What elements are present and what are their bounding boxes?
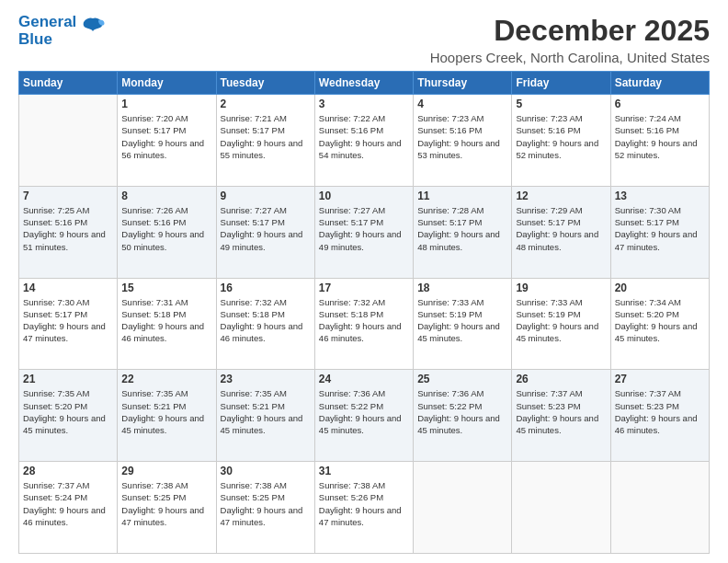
table-row: 31Sunrise: 7:38 AMSunset: 5:26 PMDayligh… bbox=[314, 462, 413, 554]
cell-info: Sunrise: 7:35 AMSunset: 5:21 PMDaylight:… bbox=[221, 387, 311, 436]
table-row: 10Sunrise: 7:27 AMSunset: 5:17 PMDayligh… bbox=[314, 186, 413, 278]
title-block: December 2025 Hoopers Creek, North Carol… bbox=[430, 14, 710, 65]
day-number: 16 bbox=[221, 282, 311, 294]
header-monday: Monday bbox=[118, 72, 216, 95]
cell-info: Sunrise: 7:30 AMSunset: 5:17 PMDaylight:… bbox=[23, 296, 113, 345]
header-saturday: Saturday bbox=[610, 72, 709, 95]
day-number: 5 bbox=[516, 98, 606, 110]
table-row: 14Sunrise: 7:30 AMSunset: 5:17 PMDayligh… bbox=[19, 278, 118, 370]
day-number: 22 bbox=[121, 373, 211, 385]
table-row: 20Sunrise: 7:34 AMSunset: 5:20 PMDayligh… bbox=[610, 278, 709, 370]
table-row: 2Sunrise: 7:21 AMSunset: 5:17 PMDaylight… bbox=[216, 95, 314, 187]
cell-info: Sunrise: 7:23 AMSunset: 5:16 PMDaylight:… bbox=[417, 112, 507, 161]
cell-info: Sunrise: 7:23 AMSunset: 5:16 PMDaylight:… bbox=[516, 112, 606, 161]
table-row bbox=[19, 95, 118, 187]
cell-info: Sunrise: 7:29 AMSunset: 5:17 PMDaylight:… bbox=[516, 204, 606, 253]
day-number: 15 bbox=[121, 282, 211, 294]
table-row: 26Sunrise: 7:37 AMSunset: 5:23 PMDayligh… bbox=[512, 370, 610, 462]
table-row: 7Sunrise: 7:25 AMSunset: 5:16 PMDaylight… bbox=[19, 186, 118, 278]
table-row: 8Sunrise: 7:26 AMSunset: 5:16 PMDaylight… bbox=[118, 186, 216, 278]
cell-info: Sunrise: 7:30 AMSunset: 5:17 PMDaylight:… bbox=[615, 204, 705, 253]
page: General Blue December 2025 Hoopers Creek… bbox=[0, 0, 728, 563]
day-number: 2 bbox=[221, 98, 311, 110]
month-title: December 2025 bbox=[430, 14, 710, 48]
day-number: 28 bbox=[23, 465, 113, 477]
cell-info: Sunrise: 7:22 AMSunset: 5:16 PMDaylight:… bbox=[319, 112, 409, 161]
table-row: 18Sunrise: 7:33 AMSunset: 5:19 PMDayligh… bbox=[414, 278, 512, 370]
cell-info: Sunrise: 7:26 AMSunset: 5:16 PMDaylight:… bbox=[121, 204, 211, 253]
table-row: 5Sunrise: 7:23 AMSunset: 5:16 PMDaylight… bbox=[512, 95, 610, 187]
table-row: 16Sunrise: 7:32 AMSunset: 5:18 PMDayligh… bbox=[216, 278, 314, 370]
location-title: Hoopers Creek, North Carolina, United St… bbox=[430, 50, 710, 65]
cell-info: Sunrise: 7:31 AMSunset: 5:18 PMDaylight:… bbox=[121, 296, 211, 345]
table-row: 6Sunrise: 7:24 AMSunset: 5:16 PMDaylight… bbox=[610, 95, 709, 187]
day-number: 20 bbox=[615, 282, 705, 294]
day-number: 23 bbox=[221, 373, 311, 385]
cell-info: Sunrise: 7:32 AMSunset: 5:18 PMDaylight:… bbox=[221, 296, 311, 345]
day-number: 1 bbox=[121, 98, 211, 110]
cell-info: Sunrise: 7:36 AMSunset: 5:22 PMDaylight:… bbox=[319, 387, 409, 436]
table-row: 21Sunrise: 7:35 AMSunset: 5:20 PMDayligh… bbox=[19, 370, 118, 462]
day-number: 18 bbox=[417, 282, 507, 294]
cell-info: Sunrise: 7:32 AMSunset: 5:18 PMDaylight:… bbox=[319, 296, 409, 345]
table-row: 19Sunrise: 7:33 AMSunset: 5:19 PMDayligh… bbox=[512, 278, 610, 370]
table-row: 11Sunrise: 7:28 AMSunset: 5:17 PMDayligh… bbox=[414, 186, 512, 278]
day-number: 25 bbox=[417, 373, 507, 385]
logo: General Blue bbox=[18, 14, 106, 48]
calendar-header-row: Sunday Monday Tuesday Wednesday Thursday… bbox=[19, 72, 710, 95]
calendar-week-row: 21Sunrise: 7:35 AMSunset: 5:20 PMDayligh… bbox=[19, 370, 710, 462]
table-row: 15Sunrise: 7:31 AMSunset: 5:18 PMDayligh… bbox=[118, 278, 216, 370]
table-row bbox=[610, 462, 709, 554]
cell-info: Sunrise: 7:35 AMSunset: 5:21 PMDaylight:… bbox=[121, 387, 211, 436]
table-row: 25Sunrise: 7:36 AMSunset: 5:22 PMDayligh… bbox=[414, 370, 512, 462]
day-number: 6 bbox=[615, 98, 705, 110]
day-number: 10 bbox=[319, 190, 409, 202]
day-number: 3 bbox=[319, 98, 409, 110]
table-row bbox=[414, 462, 512, 554]
cell-info: Sunrise: 7:38 AMSunset: 5:25 PMDaylight:… bbox=[221, 479, 311, 528]
header-thursday: Thursday bbox=[414, 72, 512, 95]
table-row: 13Sunrise: 7:30 AMSunset: 5:17 PMDayligh… bbox=[610, 186, 709, 278]
day-number: 7 bbox=[23, 190, 113, 202]
table-row: 22Sunrise: 7:35 AMSunset: 5:21 PMDayligh… bbox=[118, 370, 216, 462]
table-row: 17Sunrise: 7:32 AMSunset: 5:18 PMDayligh… bbox=[314, 278, 413, 370]
logo-general: General bbox=[18, 13, 76, 30]
day-number: 12 bbox=[516, 190, 606, 202]
header-tuesday: Tuesday bbox=[216, 72, 314, 95]
table-row: 29Sunrise: 7:38 AMSunset: 5:25 PMDayligh… bbox=[118, 462, 216, 554]
header-friday: Friday bbox=[512, 72, 610, 95]
cell-info: Sunrise: 7:21 AMSunset: 5:17 PMDaylight:… bbox=[221, 112, 311, 161]
cell-info: Sunrise: 7:33 AMSunset: 5:19 PMDaylight:… bbox=[417, 296, 507, 345]
cell-info: Sunrise: 7:36 AMSunset: 5:22 PMDaylight:… bbox=[417, 387, 507, 436]
cell-info: Sunrise: 7:33 AMSunset: 5:19 PMDaylight:… bbox=[516, 296, 606, 345]
calendar-table: Sunday Monday Tuesday Wednesday Thursday… bbox=[18, 71, 710, 554]
day-number: 21 bbox=[23, 373, 113, 385]
cell-info: Sunrise: 7:35 AMSunset: 5:20 PMDaylight:… bbox=[23, 387, 113, 436]
day-number: 17 bbox=[319, 282, 409, 294]
table-row: 9Sunrise: 7:27 AMSunset: 5:17 PMDaylight… bbox=[216, 186, 314, 278]
calendar-week-row: 1Sunrise: 7:20 AMSunset: 5:17 PMDaylight… bbox=[19, 95, 710, 187]
day-number: 27 bbox=[615, 373, 705, 385]
cell-info: Sunrise: 7:28 AMSunset: 5:17 PMDaylight:… bbox=[417, 204, 507, 253]
table-row: 24Sunrise: 7:36 AMSunset: 5:22 PMDayligh… bbox=[314, 370, 413, 462]
table-row: 1Sunrise: 7:20 AMSunset: 5:17 PMDaylight… bbox=[118, 95, 216, 187]
calendar-week-row: 28Sunrise: 7:37 AMSunset: 5:24 PMDayligh… bbox=[19, 462, 710, 554]
table-row: 30Sunrise: 7:38 AMSunset: 5:25 PMDayligh… bbox=[216, 462, 314, 554]
day-number: 13 bbox=[615, 190, 705, 202]
calendar-week-row: 7Sunrise: 7:25 AMSunset: 5:16 PMDaylight… bbox=[19, 186, 710, 278]
calendar-week-row: 14Sunrise: 7:30 AMSunset: 5:17 PMDayligh… bbox=[19, 278, 710, 370]
cell-info: Sunrise: 7:37 AMSunset: 5:23 PMDaylight:… bbox=[516, 387, 606, 436]
cell-info: Sunrise: 7:25 AMSunset: 5:16 PMDaylight:… bbox=[23, 204, 113, 253]
cell-info: Sunrise: 7:34 AMSunset: 5:20 PMDaylight:… bbox=[615, 296, 705, 345]
table-row: 23Sunrise: 7:35 AMSunset: 5:21 PMDayligh… bbox=[216, 370, 314, 462]
day-number: 19 bbox=[516, 282, 606, 294]
table-row: 4Sunrise: 7:23 AMSunset: 5:16 PMDaylight… bbox=[414, 95, 512, 187]
cell-info: Sunrise: 7:27 AMSunset: 5:17 PMDaylight:… bbox=[319, 204, 409, 253]
day-number: 31 bbox=[319, 465, 409, 477]
day-number: 26 bbox=[516, 373, 606, 385]
logo-blue: Blue bbox=[18, 31, 76, 49]
header-wednesday: Wednesday bbox=[314, 72, 413, 95]
table-row: 3Sunrise: 7:22 AMSunset: 5:16 PMDaylight… bbox=[314, 95, 413, 187]
day-number: 9 bbox=[221, 190, 311, 202]
table-row bbox=[512, 462, 610, 554]
